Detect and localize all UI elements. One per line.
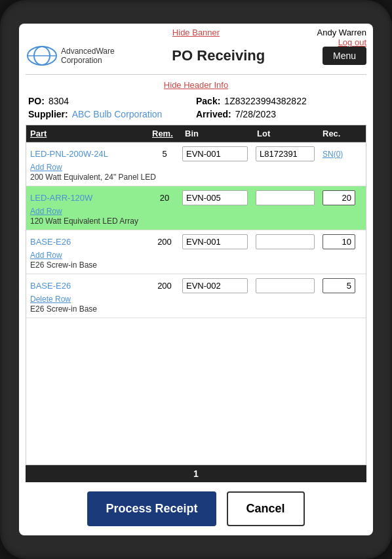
supplier-field: Supplier: ABC Bulb Corporation [28,109,196,119]
user-name: Andy Warren [317,28,366,37]
bin-input[interactable] [182,234,248,249]
add-row-link[interactable]: Add Row [30,207,362,216]
hide-header-link-container: Hide Header Info [19,75,373,93]
col-part: Part [30,129,152,138]
header-info: PO: 8304 Pack: 1Z83223994382822 Supplier… [19,93,373,125]
hide-banner-link[interactable]: Hide Banner [172,28,220,37]
supplier-label: Supplier: [28,109,68,119]
part-desc: E26 Screw-in Base [30,304,362,314]
rem-count: 20 [148,193,181,203]
table-container: Part Rem. Bin Lot Rec. LED-PNL-200W-24L … [26,125,366,465]
table-row: LED-PNL-200W-24L 5 SN(0) Add Row 200 Wat… [26,142,366,186]
logo-text: AdvancedWare Corporation [61,47,115,66]
po-value: 8304 [49,96,69,106]
add-row-link[interactable]: Add Row [30,163,362,172]
sn-link[interactable]: SN(0) [323,150,362,159]
table-row: BASE-E26 200 Add Row E26 Screw-in Base [26,230,366,274]
arrived-value: 7/28/2023 [235,109,276,119]
header-row: AdvancedWare Corporation PO Receiving Me… [19,40,373,74]
top-banner: Hide Banner Andy Warren Log out [19,24,373,40]
col-rec: Rec. [323,129,362,138]
part-desc: 120 Watt Equivalent LED Array [30,217,362,226]
rem-count: 200 [148,237,181,247]
pagination-bar: 1 [26,465,366,482]
lot-input[interactable] [256,146,315,161]
col-lot: Lot [257,129,323,138]
part-name: BASE-E26 [30,237,147,247]
menu-button[interactable]: Menu [323,47,366,65]
process-receipt-button[interactable]: Process Receipt [87,491,216,526]
page-title: PO Receiving [115,47,323,64]
rec-input[interactable] [323,234,355,249]
delete-row-link[interactable]: Delete Row [30,295,362,304]
action-buttons: Process Receipt Cancel [19,482,373,535]
lot-input[interactable] [256,278,315,293]
rem-count: 5 [148,149,181,159]
rec-input[interactable] [323,190,355,205]
part-desc: 200 Watt Equivalent, 24" Panel LED [30,173,362,182]
table-row: BASE-E26 200 Delete Row E26 Screw-in Bas… [26,274,366,318]
row-line1: BASE-E26 200 [30,234,362,249]
part-name: LED-PNL-200W-24L [30,149,147,159]
pack-value: 1Z83223994382822 [224,96,306,106]
tablet-frame: Hide Banner Andy Warren Log out Advanced… [0,0,392,559]
hide-header-link[interactable]: Hide Header Info [164,80,228,90]
rem-count: 200 [148,281,181,291]
add-row-link[interactable]: Add Row [30,251,362,260]
bin-input[interactable] [182,278,248,293]
part-name: BASE-E26 [30,281,147,291]
arrived-label: Arrived: [196,109,231,119]
logo-area: AdvancedWare Corporation [26,43,115,69]
row-line1: BASE-E26 200 [30,278,362,293]
row-line1: LED-ARR-120W 20 [30,190,362,205]
col-bin: Bin [185,129,257,138]
rec-input[interactable] [323,278,355,293]
po-field: PO: 8304 [28,96,196,106]
logo-icon [26,43,58,69]
page-number: 1 [193,468,199,479]
cancel-button[interactable]: Cancel [227,491,305,526]
lot-input[interactable] [256,234,315,249]
part-desc: E26 Screw-in Base [30,260,362,270]
bin-input[interactable] [182,190,248,205]
row-line1: LED-PNL-200W-24L 5 SN(0) [30,146,362,161]
col-rem: Rem. [152,129,185,138]
lot-input[interactable] [256,190,315,205]
supplier-value: ABC Bulb Corporation [72,109,163,119]
part-name: LED-ARR-120W [30,193,147,203]
screen: Hide Banner Andy Warren Log out Advanced… [19,24,373,535]
arrived-field: Arrived: 7/28/2023 [196,109,364,119]
table-header: Part Rem. Bin Lot Rec. [26,125,366,142]
pack-label: Pack: [196,96,220,106]
pack-field: Pack: 1Z83223994382822 [196,96,364,106]
po-label: PO: [28,96,45,106]
table-row: LED-ARR-120W 20 Add Row 120 Watt Equival… [26,186,366,230]
bin-input[interactable] [182,146,248,161]
